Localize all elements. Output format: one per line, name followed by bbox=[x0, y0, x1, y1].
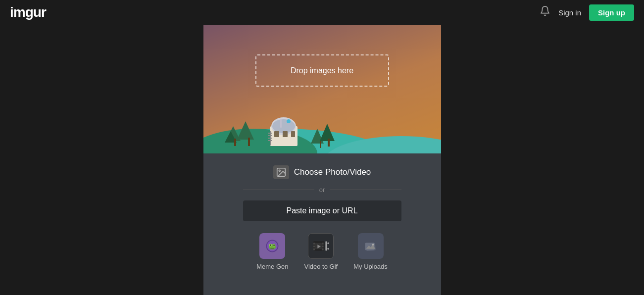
svg-marker-44 bbox=[327, 242, 329, 244]
svg-rect-18 bbox=[268, 140, 272, 141]
svg-point-33 bbox=[274, 245, 275, 246]
video-to-gif-icon bbox=[308, 233, 334, 259]
video-to-gif-label: Video to Gif bbox=[304, 263, 338, 270]
svg-rect-13 bbox=[291, 131, 295, 137]
svg-point-20 bbox=[287, 119, 291, 123]
svg-rect-19 bbox=[280, 119, 282, 128]
svg-rect-5 bbox=[234, 139, 236, 146]
logo: imgur bbox=[10, 4, 46, 20]
svg-rect-17 bbox=[268, 138, 272, 139]
paste-url-button[interactable]: Paste image or URL bbox=[243, 200, 401, 221]
divider-line-right bbox=[330, 190, 401, 190]
meme-gen-label: Meme Gen bbox=[256, 263, 288, 270]
divider-line-left bbox=[243, 190, 314, 190]
svg-rect-40 bbox=[322, 248, 324, 250]
svg-rect-12 bbox=[283, 131, 288, 137]
my-uploads-label: My Uploads bbox=[353, 263, 388, 270]
tools-row: Meme Gen bbox=[213, 233, 431, 270]
drop-zone-label: Drop images here bbox=[291, 66, 353, 75]
sign-up-button[interactable]: Sign up bbox=[589, 4, 634, 21]
svg-rect-38 bbox=[322, 243, 324, 245]
svg-point-10 bbox=[272, 119, 295, 133]
svg-rect-36 bbox=[313, 246, 315, 247]
upload-modal: × Drop images here bbox=[203, 0, 441, 295]
choose-photo-label: Choose Photo/Video bbox=[294, 167, 371, 177]
choose-photo-button[interactable]: Choose Photo/Video bbox=[273, 165, 371, 179]
svg-point-26 bbox=[279, 170, 280, 171]
svg-marker-45 bbox=[327, 248, 329, 250]
or-label: or bbox=[319, 186, 325, 194]
meme-gen-tool[interactable]: Meme Gen bbox=[256, 233, 288, 270]
notification-icon[interactable] bbox=[540, 5, 550, 19]
svg-rect-22 bbox=[320, 141, 321, 148]
svg-point-49 bbox=[372, 244, 374, 246]
my-uploads-tool[interactable]: My Uploads bbox=[353, 233, 388, 270]
svg-rect-11 bbox=[274, 131, 279, 137]
svg-rect-43 bbox=[326, 242, 327, 251]
svg-rect-37 bbox=[313, 248, 315, 250]
meme-gen-icon bbox=[259, 233, 285, 259]
modal-bottom-panel: Choose Photo/Video or Paste image or URL bbox=[203, 153, 441, 295]
header-right: Sign in Sign up bbox=[540, 4, 634, 21]
svg-point-32 bbox=[270, 245, 271, 246]
my-uploads-icon bbox=[358, 233, 384, 259]
video-to-gif-tool[interactable]: Video to Gif bbox=[304, 233, 338, 270]
photo-icon bbox=[273, 165, 289, 179]
drop-zone[interactable]: Drop images here bbox=[255, 54, 389, 87]
landscape-illustration bbox=[203, 94, 441, 153]
svg-rect-15 bbox=[268, 133, 272, 134]
svg-rect-39 bbox=[322, 246, 324, 247]
svg-rect-24 bbox=[328, 139, 330, 147]
svg-rect-7 bbox=[248, 138, 250, 146]
or-divider: or bbox=[243, 186, 401, 194]
svg-rect-16 bbox=[268, 135, 272, 136]
svg-rect-35 bbox=[313, 243, 315, 245]
header: imgur Sign in Sign up bbox=[0, 0, 644, 25]
sign-in-link[interactable]: Sign in bbox=[558, 8, 581, 17]
